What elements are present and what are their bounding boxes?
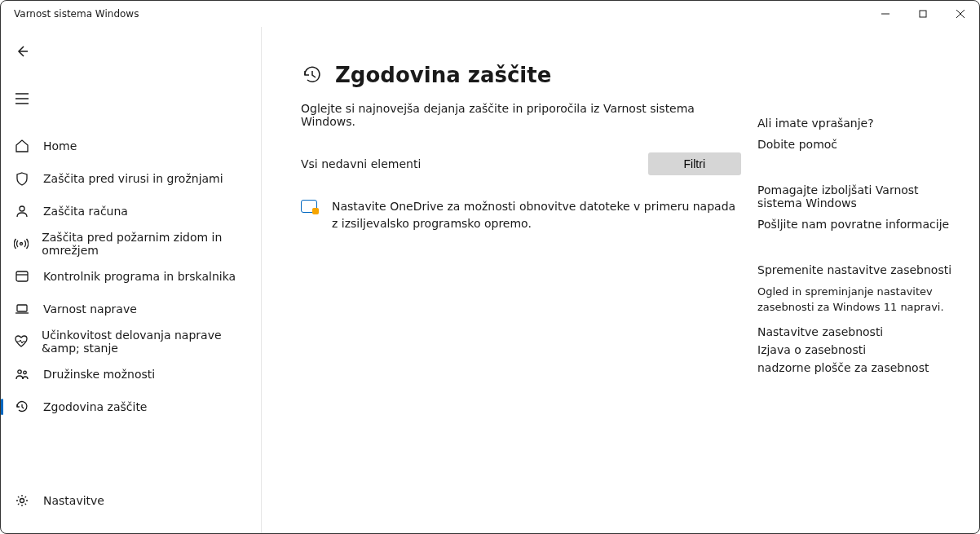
aside-question-heading: Ali imate vprašanje? bbox=[757, 117, 963, 130]
sidebar-item-account[interactable]: Zaščita računa bbox=[1, 195, 261, 227]
window-controls bbox=[867, 1, 979, 27]
recommendation-text: Nastavite OneDrive za možnosti obnovitve… bbox=[332, 198, 741, 232]
sidebar-item-virus[interactable]: Zaščita pred virusi in grožnjami bbox=[1, 162, 261, 195]
svg-point-15 bbox=[24, 371, 27, 374]
home-icon bbox=[14, 138, 30, 154]
people-icon bbox=[14, 366, 30, 382]
sidebar-item-label: Nastavitve bbox=[43, 494, 104, 507]
heart-pulse-icon bbox=[14, 333, 29, 350]
back-button[interactable] bbox=[6, 35, 38, 68]
aside-improve-heading: Pomagajte izboljšati Varnost sistema Win… bbox=[757, 183, 963, 210]
sidebar-item-label: Zgodovina zaščite bbox=[43, 400, 147, 413]
shield-icon bbox=[14, 170, 30, 187]
network-icon bbox=[14, 236, 29, 252]
sidebar-item-label: Družinske možnosti bbox=[43, 368, 155, 381]
sidebar-item-home[interactable]: Home bbox=[1, 130, 261, 162]
page-title: Zgodovina zaščite bbox=[335, 63, 551, 87]
recommendation-card[interactable]: Nastavite OneDrive za možnosti obnovitve… bbox=[301, 198, 741, 232]
page-header: Zgodovina zaščite bbox=[301, 63, 741, 87]
send-feedback-link[interactable]: Pošljite nam povratne informacije bbox=[757, 218, 963, 231]
main-area: Zgodovina zaščite Oglejte si najnovejša … bbox=[262, 27, 979, 533]
laptop-icon bbox=[14, 301, 30, 317]
sidebar-item-perf[interactable]: Učinkovitost delovanja naprave &amp; sta… bbox=[1, 325, 261, 358]
sidebar-item-firewall[interactable]: Zaščita pred požarnim zidom in omrežjem bbox=[1, 227, 261, 260]
sidebar-item-label: Učinkovitost delovanja naprave &amp; sta… bbox=[42, 329, 261, 355]
svg-point-16 bbox=[20, 499, 24, 503]
section-header-row: Vsi nedavni elementi Filtri bbox=[301, 152, 741, 175]
hamburger-button[interactable] bbox=[6, 82, 38, 115]
sidebar-item-label: Kontrolnik programa in brskalnika bbox=[43, 270, 236, 283]
sidebar-item-label: Zaščita pred virusi in grožnjami bbox=[43, 172, 223, 185]
window-title: Varnost sistema Windows bbox=[14, 8, 139, 20]
sidebar-item-label: Varnost naprave bbox=[43, 302, 137, 316]
get-help-link[interactable]: Dobite pomoč bbox=[757, 138, 963, 151]
sidebar-item-history[interactable]: Zgodovina zaščite bbox=[1, 391, 261, 423]
filter-button[interactable]: Filtri bbox=[648, 152, 741, 175]
maximize-button[interactable] bbox=[904, 1, 942, 27]
close-button[interactable] bbox=[942, 1, 979, 27]
minimize-button[interactable] bbox=[867, 1, 904, 27]
person-icon bbox=[14, 203, 30, 219]
app-window-icon bbox=[14, 268, 30, 285]
svg-rect-1 bbox=[920, 11, 926, 17]
privacy-dashboard-link[interactable]: nadzorne plošče za zasebnost bbox=[757, 361, 963, 374]
svg-rect-12 bbox=[17, 305, 27, 311]
sidebar-item-settings[interactable]: Nastavitve bbox=[1, 484, 261, 517]
gear-icon bbox=[14, 492, 30, 509]
history-icon bbox=[301, 64, 324, 86]
privacy-statement-link[interactable]: Izjava o zasebnosti bbox=[757, 343, 963, 356]
sidebar-item-appbrowser[interactable]: Kontrolnik programa in brskalnika bbox=[1, 260, 261, 293]
onedrive-setup-icon bbox=[301, 200, 317, 216]
section-label: Vsi nedavni elementi bbox=[301, 157, 421, 170]
svg-rect-10 bbox=[16, 271, 28, 281]
sidebar-item-label: Zaščita pred požarnim zidom in omrežjem bbox=[42, 231, 261, 257]
aside-privacy-heading: Spremenite nastavitve zasebnosti bbox=[757, 263, 963, 276]
svg-point-14 bbox=[18, 370, 21, 373]
titlebar: Varnost sistema Windows bbox=[1, 1, 979, 27]
svg-point-9 bbox=[20, 243, 23, 245]
aside-privacy-text: Ogled in spreminjanje nastavitev zasebno… bbox=[757, 285, 963, 316]
sidebar-item-family[interactable]: Družinske možnosti bbox=[1, 358, 261, 391]
page-subtitle: Oglejte si najnovejša dejanja zaščite in… bbox=[301, 102, 741, 128]
history-icon bbox=[14, 399, 30, 415]
sidebar-item-devicesec[interactable]: Varnost naprave bbox=[1, 293, 261, 325]
aside: Ali imate vprašanje? Dobite pomoč Pomaga… bbox=[741, 63, 963, 517]
privacy-settings-link[interactable]: Nastavitve zasebnosti bbox=[757, 325, 963, 338]
sidebar-item-label: Home bbox=[43, 139, 77, 152]
nav-list: Home Zaščita pred virusi in grožnjami Za… bbox=[1, 130, 261, 484]
sidebar-item-label: Zaščita računa bbox=[43, 205, 128, 218]
sidebar: Home Zaščita pred virusi in grožnjami Za… bbox=[1, 27, 262, 533]
svg-point-8 bbox=[20, 206, 24, 211]
